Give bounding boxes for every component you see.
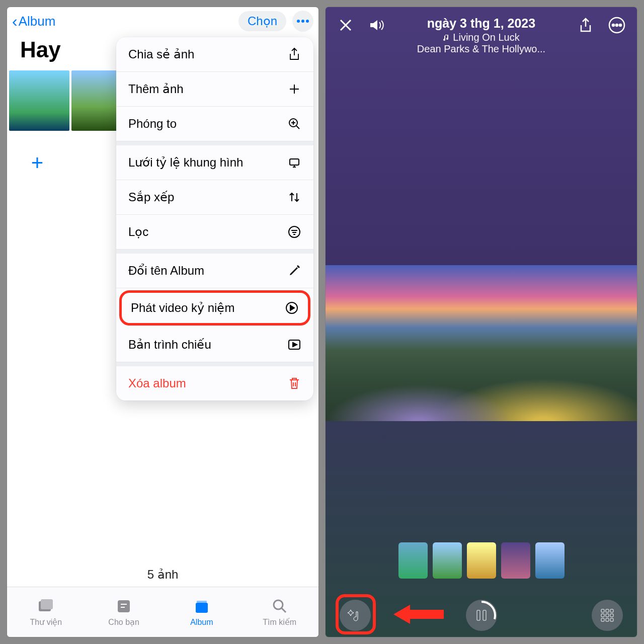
svg-point-17 [619, 24, 621, 26]
svg-rect-22 [606, 609, 609, 612]
progress-ring-icon [466, 600, 497, 630]
more-button[interactable] [607, 15, 627, 35]
select-button[interactable]: Chọn [238, 11, 286, 31]
memory-hero-image [326, 265, 637, 421]
back-label: Album [19, 14, 56, 29]
add-photo-tile[interactable]: + [7, 133, 67, 193]
share-icon [579, 18, 592, 33]
svg-rect-10 [118, 600, 130, 612]
menu-slideshow[interactable]: Bản trình chiếu [116, 328, 313, 362]
speaker-icon [369, 18, 385, 32]
album-icon [193, 598, 211, 616]
music-sparkle-icon [348, 608, 363, 623]
music-note-icon [443, 34, 450, 42]
zoom-in-icon [287, 117, 301, 131]
menu-delete-album[interactable]: Xóa album [116, 366, 313, 400]
svg-rect-12 [197, 601, 207, 603]
grid-icon [601, 609, 614, 622]
svg-rect-9 [41, 599, 53, 609]
memory-play-icon [285, 301, 299, 315]
chevron-left-icon: ‹ [12, 13, 18, 29]
svg-rect-11 [196, 603, 208, 613]
tab-search[interactable]: Tìm kiếm [240, 587, 318, 637]
search-icon [271, 597, 289, 615]
svg-point-16 [616, 24, 618, 26]
plus-icon [287, 82, 301, 96]
tab-album[interactable]: Album [163, 587, 241, 637]
more-button[interactable] [292, 11, 313, 32]
close-icon [339, 18, 353, 32]
svg-rect-21 [601, 609, 604, 612]
photo-count: 5 ảnh [7, 568, 318, 582]
thumb[interactable] [501, 542, 530, 579]
music-style-button[interactable] [340, 600, 371, 631]
svg-point-15 [612, 24, 614, 26]
svg-rect-28 [606, 618, 609, 621]
library-icon [37, 597, 55, 615]
album-screen: ‹ Album Chọn Hay + Chia sẻ ảnh Thêm ảnh [7, 7, 318, 637]
svg-rect-4 [290, 159, 299, 165]
tab-bar: Thư viện Cho bạn Album Tìm kiếm [7, 587, 318, 637]
aspect-icon [287, 155, 301, 170]
thumb[interactable] [467, 542, 496, 579]
arrow-annotation [391, 602, 446, 627]
menu-aspect-grid[interactable]: Lưới tỷ lệ khung hình [116, 145, 313, 180]
svg-rect-27 [601, 618, 604, 621]
artist-name: Dean Parks & The Hollywo... [398, 43, 565, 55]
svg-rect-24 [601, 614, 604, 617]
foryou-icon [115, 597, 133, 615]
svg-rect-26 [610, 614, 613, 617]
tab-library[interactable]: Thư viện [7, 587, 85, 637]
player-controls [326, 600, 637, 631]
menu-zoom[interactable]: Phóng to [116, 107, 313, 141]
memory-date: ngày 3 thg 1, 2023 [398, 16, 565, 31]
memory-thumbnails [326, 542, 637, 579]
svg-point-13 [274, 600, 283, 609]
tab-foryou[interactable]: Cho bạn [85, 587, 163, 637]
ellipsis-circle-icon [608, 17, 625, 34]
thumb[interactable] [433, 542, 462, 579]
svg-rect-29 [610, 618, 613, 621]
menu-share[interactable]: Chia sẻ ảnh [116, 37, 313, 72]
svg-point-0 [297, 20, 300, 23]
filter-icon [287, 225, 301, 239]
share-button[interactable] [576, 15, 596, 35]
song-title: Living On Luck [398, 32, 565, 43]
ellipsis-icon [296, 19, 309, 23]
menu-sort[interactable]: Sắp xếp [116, 180, 313, 215]
svg-point-2 [306, 20, 309, 23]
pause-button[interactable] [466, 600, 497, 631]
back-button[interactable]: ‹ Album [12, 13, 55, 29]
pencil-icon [287, 264, 301, 278]
player-header: ngày 3 thg 1, 2023 Living On Luck Dean P… [326, 7, 637, 63]
svg-point-18 [468, 602, 495, 629]
trash-icon [287, 376, 301, 390]
sort-icon [287, 190, 301, 204]
nav-bar: ‹ Album Chọn [7, 7, 318, 35]
play-rect-icon [287, 338, 301, 352]
photo-thumb[interactable] [9, 70, 69, 131]
menu-filter[interactable]: Lọc [116, 215, 313, 250]
menu-rename[interactable]: Đổi tên Album [116, 254, 313, 288]
volume-button[interactable] [367, 15, 387, 35]
svg-rect-23 [610, 609, 613, 612]
thumb[interactable] [398, 542, 428, 579]
svg-point-1 [301, 20, 304, 23]
share-icon [287, 47, 301, 61]
menu-add-photo[interactable]: Thêm ảnh [116, 72, 313, 107]
menu-memory-video[interactable]: Phát video kỷ niệm [119, 290, 310, 326]
close-button[interactable] [336, 15, 356, 35]
svg-rect-25 [606, 614, 609, 617]
memory-player: ngày 3 thg 1, 2023 Living On Luck Dean P… [326, 7, 637, 637]
thumb[interactable] [535, 542, 565, 579]
actions-popover: Chia sẻ ảnh Thêm ảnh Phóng to Lưới tỷ lệ… [116, 37, 313, 400]
grid-view-button[interactable] [592, 600, 623, 631]
